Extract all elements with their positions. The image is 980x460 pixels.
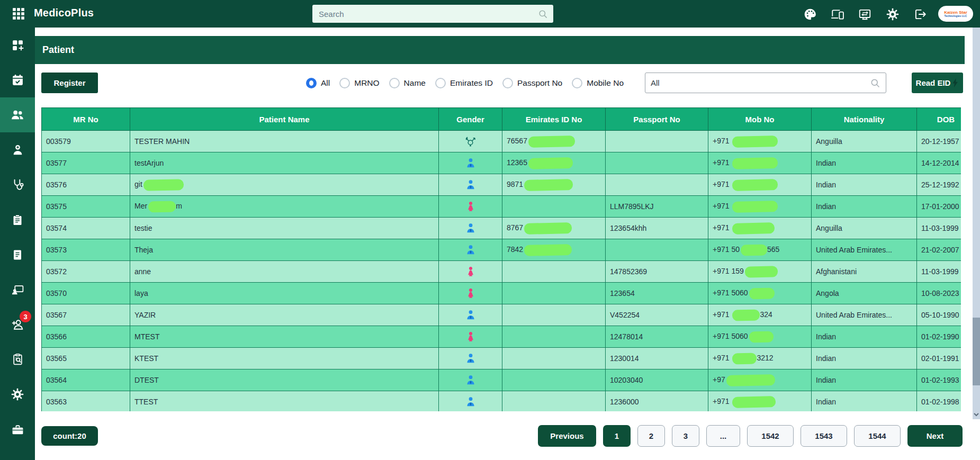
cell-nationality: Afghanistani: [812, 261, 917, 283]
devices-icon[interactable]: [830, 7, 844, 21]
sidebar-item-doctor[interactable]: [0, 132, 35, 167]
table-row[interactable]: 03576git9871+971 Indian25-12-1992: [42, 174, 961, 196]
cell-patient-name: TTEST: [130, 391, 439, 412]
table-body: 003579TESTER MAHIN76567+971 Anguilla20-1…: [42, 131, 961, 412]
cell-dob: 05-10-1990: [917, 304, 961, 326]
next-page-button[interactable]: Next: [907, 425, 963, 447]
female-icon: [465, 287, 476, 299]
table-row[interactable]: 03564DTEST10203040+97Indian01-02-1993: [42, 369, 961, 391]
screen-share-icon[interactable]: [858, 7, 872, 21]
table-row[interactable]: 03565KTEST1230014+971 3212Indian02-01-19…: [42, 348, 961, 369]
table-row[interactable]: 03574testie8767123654khh+971 Anguilla11-…: [42, 218, 961, 239]
page-1-button[interactable]: 1: [603, 425, 631, 447]
table-row[interactable]: 03563TTEST1236000+971 Indian01-02-1998: [42, 391, 961, 412]
table-row[interactable]: 03567YAZIRV452254+971 324United Arab Emi…: [42, 304, 961, 326]
page-2-button[interactable]: 2: [637, 425, 665, 447]
cell-passport-no: 10203040: [606, 369, 708, 391]
cell-gender: [439, 261, 502, 283]
sidebar-item-patients[interactable]: [0, 97, 35, 132]
redaction-blob: [732, 157, 778, 169]
sidebar-item-settings[interactable]: [0, 377, 35, 412]
global-search: [312, 5, 553, 23]
palette-icon[interactable]: [803, 7, 817, 21]
redaction-blob: [732, 353, 757, 364]
radio-unselected-icon[interactable]: [572, 78, 582, 88]
vertical-scrollbar[interactable]: [973, 28, 980, 419]
page-ellipsis-button[interactable]: ...: [706, 425, 740, 447]
cell-mr-no: 03570: [42, 283, 130, 304]
radio-label: Emirates ID: [450, 78, 493, 88]
cell-gender: [439, 218, 502, 239]
filter-radio-mrno[interactable]: MRNO: [339, 78, 379, 88]
logo-subtext: Technologies LLC: [945, 15, 967, 18]
table-row[interactable]: 03575MermLLM7895LKJ+971 Indian17-01-2000: [42, 196, 961, 218]
settings-icon: [11, 387, 24, 401]
cell-patient-name: YAZIR: [130, 304, 439, 326]
radio-selected-icon[interactable]: [306, 78, 317, 88]
sidebar-item-person-add[interactable]: 3: [0, 307, 35, 342]
read-eid-button[interactable]: Read EID: [912, 73, 963, 93]
sidebar-item-clipboard[interactable]: [0, 202, 35, 237]
cell-dob: 25-12-1992: [917, 174, 961, 196]
logout-icon[interactable]: [913, 7, 927, 21]
dashboard-icon: [11, 39, 24, 52]
filter-radio-passport-no[interactable]: Passport No: [502, 78, 562, 88]
radio-unselected-icon[interactable]: [389, 78, 400, 88]
column-header-patient-name: Patient Name: [130, 108, 439, 131]
cell-nationality: Indian: [812, 196, 917, 218]
cell-passport-no: V452254: [606, 304, 708, 326]
table-row[interactable]: 003579TESTER MAHIN76567+971 Anguilla20-1…: [42, 131, 961, 152]
sidebar-item-clipboard-search[interactable]: [0, 342, 35, 377]
table-row[interactable]: 03570laya123654+971 5060Angola10-08-2023: [42, 283, 961, 304]
sidebar-item-dashboard[interactable]: [0, 28, 35, 62]
filter-radio-name[interactable]: Name: [389, 78, 426, 88]
sidebar-item-document[interactable]: [0, 237, 35, 272]
previous-page-button[interactable]: Previous: [538, 425, 596, 447]
radio-unselected-icon[interactable]: [502, 78, 513, 88]
radio-unselected-icon[interactable]: [435, 78, 446, 88]
cell-patient-name: KTEST: [130, 348, 439, 369]
sidebar-item-calendar[interactable]: [0, 62, 35, 97]
table-row[interactable]: 03573Theja7842+971 50565United Arab Emir…: [42, 239, 961, 261]
table-row[interactable]: 03566MTEST12478014+971 5060Indian01-02-1…: [42, 326, 961, 348]
cell-dob: 02-01-1991: [917, 348, 961, 369]
sidebar-item-person-screen[interactable]: [0, 272, 35, 307]
cell-emirates-id: 76567: [502, 131, 606, 152]
stethoscope-icon: [11, 178, 24, 192]
sidebar-item-stethoscope[interactable]: [0, 167, 35, 202]
filter-radio-all[interactable]: All: [306, 78, 330, 88]
company-logo[interactable]: Kaizen Star Technologies LLC: [938, 6, 973, 22]
apps-grid-icon[interactable]: [12, 7, 25, 23]
page-3-button[interactable]: 3: [672, 425, 699, 447]
cell-dob: 01-02-1990: [917, 326, 961, 348]
cell-patient-name: MTEST: [130, 326, 439, 348]
sidebar-nav: 3: [0, 28, 35, 460]
scroll-down-icon[interactable]: [973, 412, 979, 417]
redaction-blob: [749, 331, 773, 342]
table-row[interactable]: 03572anne147852369+971 159Afghanistani11…: [42, 261, 961, 283]
cell-nationality: Indian: [812, 348, 917, 369]
page-1543-button[interactable]: 1543: [801, 425, 847, 447]
register-button[interactable]: Register: [41, 73, 98, 93]
page-1542-button[interactable]: 1542: [747, 425, 794, 447]
column-header-emirates-id-no: Emirates ID No: [502, 108, 606, 131]
settings-icon[interactable]: [885, 7, 900, 21]
cell-gender: [439, 131, 502, 152]
cell-mr-no: 03566: [42, 326, 130, 348]
filter-radio-mobile-no[interactable]: Mobile No: [572, 78, 624, 88]
filter-radio-emirates-id[interactable]: Emirates ID: [435, 78, 493, 88]
redaction-blob: [732, 201, 778, 213]
cell-patient-name: laya: [130, 283, 439, 304]
column-header-dob: DOB: [917, 108, 961, 131]
clipboard-icon: [11, 213, 24, 227]
page-1544-button[interactable]: 1544: [854, 425, 901, 447]
radio-unselected-icon[interactable]: [339, 78, 350, 88]
cell-mob-no: +971 324: [708, 304, 812, 326]
cell-mob-no: +971: [708, 391, 812, 412]
filter-search-input[interactable]: [645, 78, 870, 87]
scrollbar-thumb[interactable]: [973, 318, 980, 385]
table-row[interactable]: 03577testArjun12365+971 Indian14-12-2014: [42, 152, 961, 174]
redaction-blob: [732, 136, 778, 148]
global-search-input[interactable]: [312, 10, 538, 19]
sidebar-item-briefcase[interactable]: [0, 412, 35, 447]
